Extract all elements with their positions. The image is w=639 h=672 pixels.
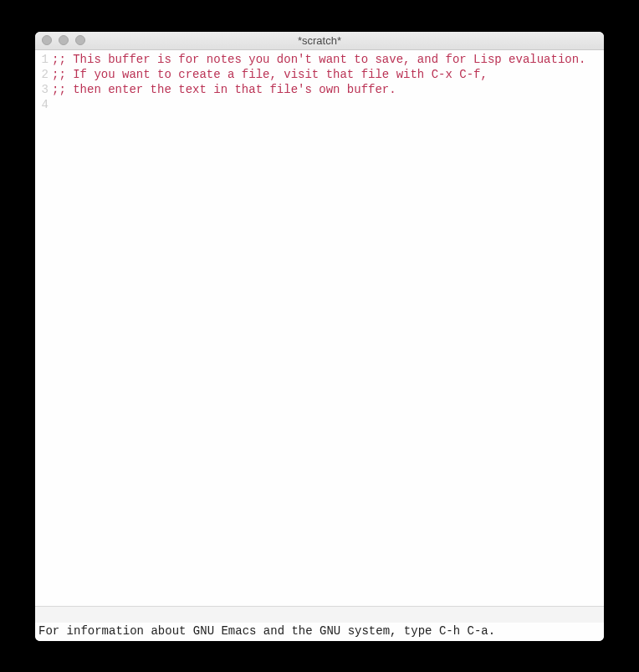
close-icon[interactable] [42,35,52,45]
titlebar[interactable]: *scratch* [35,32,604,50]
editor-line: 3 ;; then enter the text in that file's … [35,82,604,97]
line-number: 2 [35,67,50,82]
editor-line: 2 ;; If you want to create a file, visit… [35,67,604,82]
window-title: *scratch* [35,34,604,47]
line-text[interactable]: ;; If you want to create a file, visit t… [50,67,488,82]
traffic-lights [35,35,85,45]
line-number: 3 [35,82,50,97]
line-text[interactable]: ;; This buffer is for notes you don't wa… [50,52,586,67]
emacs-window: *scratch* 1 ;; This buffer is for notes … [35,32,604,641]
line-number: 4 [35,97,50,112]
mode-line[interactable] [35,606,604,623]
minibuffer[interactable]: For information about GNU Emacs and the … [35,623,604,641]
editor-line: 4 [35,97,604,112]
line-text[interactable]: ;; then enter the text in that file's ow… [50,82,396,97]
minimize-icon[interactable] [59,35,69,45]
line-text[interactable] [50,97,52,112]
line-number: 1 [35,52,50,67]
editor-area[interactable]: 1 ;; This buffer is for notes you don't … [35,50,604,606]
zoom-icon[interactable] [75,35,85,45]
editor-line: 1 ;; This buffer is for notes you don't … [35,52,604,67]
